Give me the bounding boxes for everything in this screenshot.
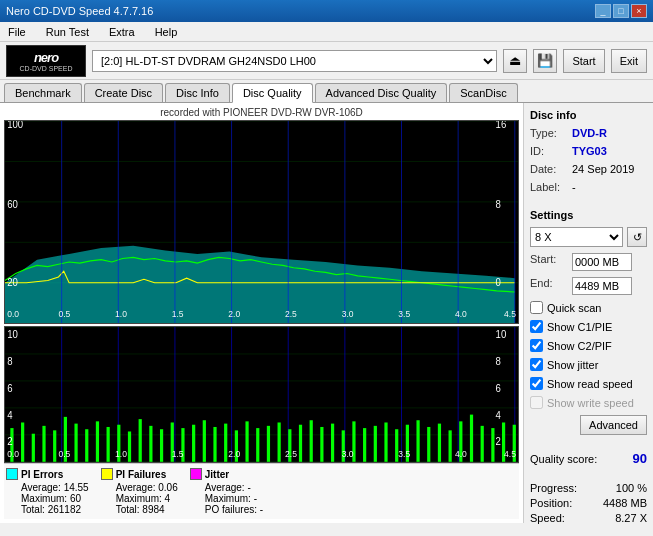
menu-bar: File Run Test Extra Help — [0, 22, 653, 42]
svg-text:2.0: 2.0 — [228, 449, 240, 459]
exit-button[interactable]: Exit — [611, 49, 647, 73]
speed-selector[interactable]: 8 X — [530, 227, 623, 247]
settings-title: Settings — [530, 209, 647, 221]
advanced-button[interactable]: Advanced — [580, 415, 647, 435]
start-mb-input[interactable] — [572, 253, 632, 271]
minimize-button[interactable]: _ — [595, 4, 611, 18]
tab-create-disc[interactable]: Create Disc — [84, 83, 163, 102]
legend-jitter: Jitter Average: - Maximum: - PO failures… — [190, 468, 263, 515]
svg-rect-91 — [384, 423, 387, 462]
start-mb-label: Start: — [530, 253, 568, 271]
disc-info-title: Disc info — [530, 109, 647, 121]
quality-score-value: 90 — [633, 451, 647, 466]
svg-rect-70 — [160, 429, 163, 462]
jitter-label: Jitter — [205, 469, 229, 480]
show-write-speed-checkbox — [530, 396, 543, 409]
show-jitter-checkbox[interactable] — [530, 358, 543, 371]
svg-rect-73 — [192, 425, 195, 462]
disc-date-value: 24 Sep 2019 — [572, 163, 634, 175]
pi-errors-label: PI Errors — [21, 469, 63, 480]
tab-disc-info[interactable]: Disc Info — [165, 83, 230, 102]
svg-rect-58 — [32, 434, 35, 462]
disc-type-row: Type: DVD-R — [530, 127, 647, 139]
svg-text:3.5: 3.5 — [398, 449, 410, 459]
show-c1pie-checkbox[interactable] — [530, 320, 543, 333]
svg-rect-100 — [481, 426, 484, 462]
pi-failures-total: Total: 8984 — [116, 504, 178, 515]
svg-text:2: 2 — [7, 436, 12, 447]
svg-text:8: 8 — [496, 356, 502, 367]
svg-text:0.5: 0.5 — [58, 449, 70, 459]
svg-text:4.0: 4.0 — [455, 449, 467, 459]
progress-value: 100 % — [616, 482, 647, 494]
drive-selector[interactable]: [2:0] HL-DT-ST DVDRAM GH24NSD0 LH00 — [92, 50, 497, 72]
chart-area: recorded with PIONEER DVD-RW DVR-106D — [0, 103, 523, 523]
disc-label-label: Label: — [530, 181, 568, 193]
progress-label: Progress: — [530, 482, 577, 494]
svg-rect-67 — [128, 432, 131, 462]
speed-row-bottom: Speed: 8.27 X — [530, 512, 647, 524]
progress-row: Progress: 100 % — [530, 482, 647, 494]
svg-rect-57 — [21, 423, 24, 462]
svg-rect-65 — [107, 427, 110, 462]
refresh-icon[interactable]: ↺ — [627, 227, 647, 247]
chart-legend: PI Errors Average: 14.55 Maximum: 60 Tot… — [4, 463, 519, 519]
legend-pi-errors: PI Errors Average: 14.55 Maximum: 60 Tot… — [6, 468, 89, 515]
svg-rect-81 — [278, 423, 281, 462]
maximize-button[interactable]: □ — [613, 4, 629, 18]
svg-rect-89 — [363, 428, 366, 462]
show-c1pie-label: Show C1/PIE — [547, 321, 612, 333]
svg-rect-78 — [245, 422, 248, 462]
upper-chart-svg: 100 60 20 16 8 0 0.0 0.5 1.0 1.5 2.0 2.5… — [5, 121, 518, 323]
svg-rect-79 — [256, 428, 259, 462]
tab-benchmark[interactable]: Benchmark — [4, 83, 82, 102]
show-c2pif-checkbox[interactable] — [530, 339, 543, 352]
disc-type-value: DVD-R — [572, 127, 607, 139]
svg-rect-60 — [53, 431, 56, 462]
pi-errors-total: Total: 261182 — [21, 504, 89, 515]
nero-logo: nero CD-DVD SPEED — [6, 45, 86, 77]
disc-label-value: - — [572, 181, 576, 193]
disc-date-row: Date: 24 Sep 2019 — [530, 163, 647, 175]
svg-text:8: 8 — [496, 198, 502, 209]
pi-failures-label: PI Failures — [116, 469, 167, 480]
speed-row: 8 X ↺ — [530, 227, 647, 247]
menu-file[interactable]: File — [4, 24, 30, 40]
show-jitter-label: Show jitter — [547, 359, 598, 371]
save-icon[interactable]: 💾 — [533, 49, 557, 73]
po-failures: PO failures: - — [205, 504, 263, 515]
svg-text:10: 10 — [7, 329, 18, 340]
right-panel: Disc info Type: DVD-R ID: TYG03 Date: 24… — [523, 103, 653, 523]
show-jitter-row: Show jitter — [530, 358, 647, 371]
quick-scan-checkbox[interactable] — [530, 301, 543, 314]
start-button[interactable]: Start — [563, 49, 604, 73]
title-bar: Nero CD-DVD Speed 4.7.7.16 _ □ × — [0, 0, 653, 22]
svg-rect-101 — [491, 428, 494, 462]
end-mb-input[interactable] — [572, 277, 632, 295]
svg-text:10: 10 — [496, 329, 507, 340]
svg-rect-63 — [85, 429, 88, 462]
tab-disc-quality[interactable]: Disc Quality — [232, 83, 313, 103]
menu-help[interactable]: Help — [151, 24, 182, 40]
show-c2pif-row: Show C2/PIF — [530, 339, 647, 352]
eject-icon[interactable]: ⏏ — [503, 49, 527, 73]
chart-title: recorded with PIONEER DVD-RW DVR-106D — [4, 107, 519, 118]
svg-text:1.5: 1.5 — [172, 309, 184, 319]
svg-text:4.5: 4.5 — [504, 309, 516, 319]
tab-scan-disc[interactable]: ScanDisc — [449, 83, 517, 102]
svg-rect-68 — [139, 419, 142, 462]
svg-text:6: 6 — [7, 383, 13, 394]
position-label: Position: — [530, 497, 572, 509]
menu-run-test[interactable]: Run Test — [42, 24, 93, 40]
show-c1pie-row: Show C1/PIE — [530, 320, 647, 333]
close-button[interactable]: × — [631, 4, 647, 18]
show-read-speed-checkbox[interactable] — [530, 377, 543, 390]
tab-advanced-disc-quality[interactable]: Advanced Disc Quality — [315, 83, 448, 102]
disc-type-label: Type: — [530, 127, 568, 139]
menu-extra[interactable]: Extra — [105, 24, 139, 40]
disc-id-label: ID: — [530, 145, 568, 157]
lower-chart: 10 8 6 4 2 10 8 6 4 2 0.0 0.5 1.0 1.5 — [4, 326, 519, 463]
svg-text:60: 60 — [7, 198, 18, 209]
start-mb-row: Start: — [530, 253, 647, 271]
svg-rect-84 — [310, 420, 313, 462]
